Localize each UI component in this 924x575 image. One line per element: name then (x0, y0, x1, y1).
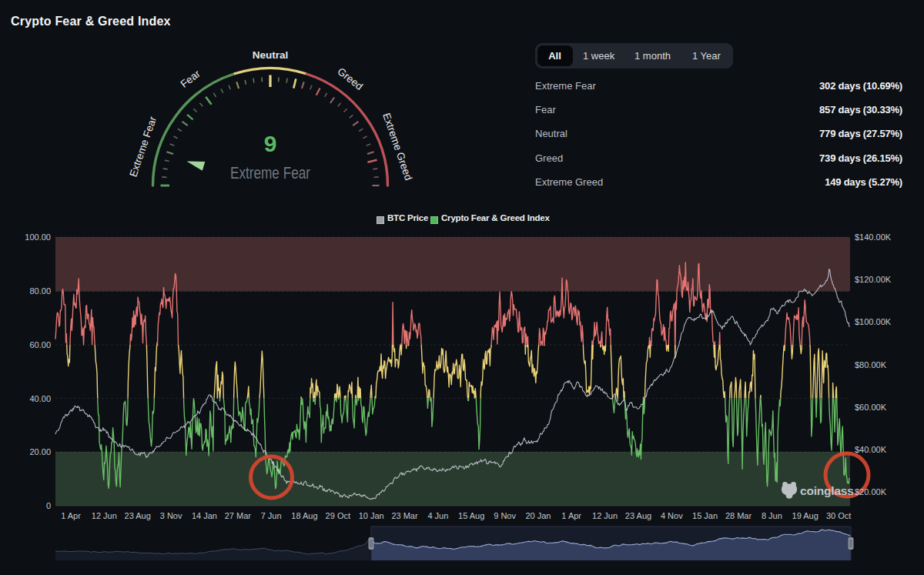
svg-text:12 Jun: 12 Jun (592, 511, 618, 520)
svg-text:$140.00K: $140.00K (855, 232, 892, 242)
svg-text:1 Apr: 1 Apr (561, 511, 581, 520)
svg-text:10 Jan: 10 Jan (359, 511, 384, 520)
svg-text:23 Mar: 23 Mar (391, 511, 418, 520)
svg-text:Fear: Fear (179, 68, 203, 90)
svg-text:$60.00K: $60.00K (855, 403, 887, 412)
svg-text:8 Jun: 8 Jun (762, 511, 782, 520)
svg-text:20 Jan: 20 Jan (525, 511, 551, 520)
svg-text:20.00: 20.00 (29, 447, 51, 456)
svg-text:$80.00K: $80.00K (855, 360, 887, 369)
svg-text:12 Jun: 12 Jun (92, 511, 117, 520)
svg-text:$120.00K: $120.00K (855, 275, 892, 284)
svg-text:60.00: 60.00 (29, 340, 51, 349)
svg-text:15 Jan: 15 Jan (692, 511, 718, 520)
svg-text:15 Aug: 15 Aug (458, 511, 484, 520)
svg-text:4 Nov: 4 Nov (661, 511, 683, 520)
svg-text:0: 0 (46, 501, 51, 510)
svg-text:100.00: 100.00 (25, 232, 51, 242)
svg-text:80.00: 80.00 (29, 286, 51, 296)
svg-text:Neutral: Neutral (253, 49, 289, 61)
svg-text:18 Aug: 18 Aug (291, 511, 317, 520)
svg-text:14 Jan: 14 Jan (192, 511, 217, 520)
svg-text:30 Oct: 30 Oct (826, 511, 851, 520)
svg-text:7 Jun: 7 Jun (261, 511, 282, 520)
svg-text:9 Nov: 9 Nov (494, 511, 516, 520)
svg-text:19 Aug: 19 Aug (792, 511, 819, 520)
svg-text:4 Jun: 4 Jun (427, 511, 448, 520)
svg-text:Extreme Fear: Extreme Fear (230, 163, 310, 182)
svg-text:1 Apr: 1 Apr (61, 511, 81, 520)
svg-text:3 Nov: 3 Nov (160, 511, 182, 520)
svg-text:9: 9 (264, 131, 277, 156)
svg-text:27 Mar: 27 Mar (225, 511, 252, 520)
svg-text:28 Mar: 28 Mar (725, 511, 752, 520)
svg-text:29 Oct: 29 Oct (326, 511, 350, 520)
svg-text:$100.00K: $100.00K (855, 317, 892, 326)
svg-text:23 Aug: 23 Aug (125, 511, 151, 520)
svg-text:coinglass: coinglass (800, 484, 854, 497)
svg-text:$40.00K: $40.00K (855, 445, 887, 454)
svg-text:40.00: 40.00 (29, 394, 51, 403)
svg-text:23 Aug: 23 Aug (625, 511, 651, 520)
svg-text:$20.00K: $20.00K (855, 487, 887, 496)
svg-text:Greed: Greed (335, 65, 365, 92)
